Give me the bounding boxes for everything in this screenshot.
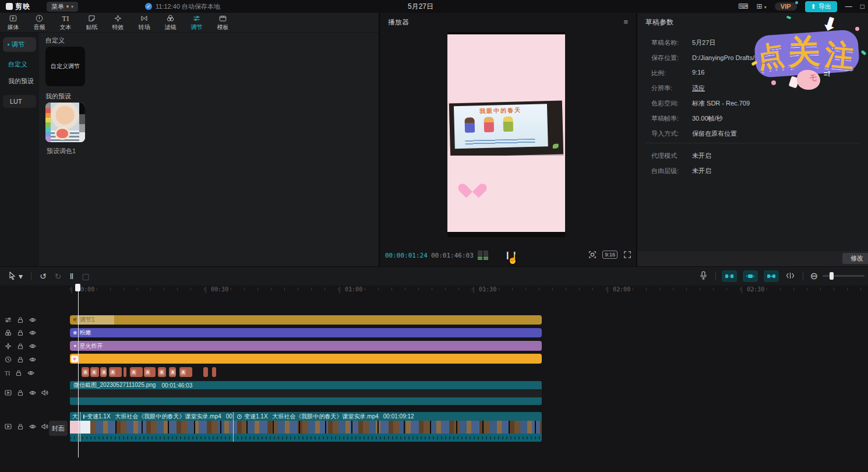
text-clip[interactable] [212,367,216,377]
video-clip-3[interactable]: 变速1.1X 大班社会《我眼中的春天》课堂实录.mp4 00:01:09:12 [234,412,542,421]
redo-button[interactable]: ↻ [55,272,62,281]
text-clip[interactable]: A [179,367,192,377]
zoom-out-icon[interactable]: ⊖ [810,270,818,281]
adjust-sidebar: 调节 自定义 我的预设 LUT [0,33,39,266]
link-clips-toggle[interactable] [764,270,779,282]
text-clip[interactable]: A [144,367,156,377]
text-clip[interactable]: A [130,367,143,377]
eye-icon[interactable] [29,329,36,336]
lock-icon[interactable] [17,423,24,430]
menu-dot [66,5,69,8]
tab-transition[interactable]: 转场 [131,14,157,31]
tab-filter[interactable]: 滤镜 [157,14,184,31]
sidebar-item-adjust[interactable]: 调节 [3,37,36,52]
lock-icon[interactable] [17,343,24,350]
text-clip[interactable]: A [100,367,107,377]
lock-icon[interactable] [15,369,22,376]
text-clip[interactable]: A [90,367,99,377]
lock-icon[interactable] [17,316,24,323]
modify-button[interactable]: 修改 [842,253,868,264]
speed-icon [237,414,242,419]
text-clip[interactable]: A [82,367,89,377]
video-preview[interactable]: 我眼中的春天 [447,32,565,237]
timeline-zoom-slider[interactable] [823,275,865,277]
eye-icon[interactable] [29,389,36,396]
param-value: 30.00帧/秒 [692,114,723,123]
export-button[interactable]: ⬆导出 [805,1,837,12]
zoom-slider-handle[interactable] [830,272,834,280]
vip-button[interactable]: VIP [775,2,797,10]
tab-sticker[interactable]: 贴纸 [79,14,105,31]
eye-icon[interactable] [27,369,34,376]
fullscreen-icon[interactable] [623,251,631,259]
effect-track-header [0,341,49,351]
ratio-button[interactable]: 9:16 [602,251,618,259]
eye-icon[interactable] [29,423,36,430]
playhead-handle[interactable] [75,284,80,291]
custom-adjust-card[interactable]: 自定义调节 [45,47,85,86]
shortcut-keyboard-icon[interactable]: ⌨ [738,2,748,10]
check-icon: ✓ [145,3,152,10]
tab-text[interactable]: TI文本 [52,14,79,31]
heart-sticker-icon: ♥ [71,355,78,362]
text-clip[interactable]: A [158,367,166,377]
delete-button[interactable]: ▢ [82,272,89,281]
magnetic-snap-toggle[interactable] [722,270,737,282]
sidebar-item-my-presets[interactable]: 我的预设 [8,77,39,86]
speaker-icon[interactable] [41,423,48,430]
tab-media[interactable]: 媒体 [0,14,26,31]
video-clip-2[interactable]: 变速1.1X 大班社会《我眼中的春天》课堂实录.mp4 00:00:34:25 [80,412,233,421]
layout-icon[interactable]: ⊞ ▾ [756,2,766,10]
text-clip[interactable] [203,367,208,377]
clock-icon [5,356,12,363]
select-tool-chevron[interactable]: ▾ [19,272,23,281]
lock-icon[interactable] [17,329,24,336]
tab-audio[interactable]: 音频 [26,14,52,31]
sidebar-item-lut[interactable]: LUT [3,95,36,108]
player-menu-icon[interactable]: ≡ [623,17,628,26]
record-voiceover-icon[interactable] [700,271,707,281]
text-icon: TI [62,14,69,23]
sticker-clip[interactable]: ♥ [70,354,542,364]
lock-icon[interactable] [17,356,24,363]
clip-boundary [233,412,234,442]
adjust-track-icon [5,316,12,323]
text-clip[interactable]: A [169,367,176,377]
tab-adjust[interactable]: 调节 [184,14,210,31]
tab-template[interactable]: 模板 [210,14,236,31]
adjust-clip[interactable]: ⚟ 调节1 [70,315,542,325]
lock-icon[interactable] [17,389,24,396]
image-clip-name: 微信截图_20230527111025.png [73,381,156,389]
preview-tv-photo: 我眼中的春天 [449,100,563,157]
effect-track-icon [5,343,12,350]
undo-button[interactable]: ↺ [40,272,47,281]
sidebar-item-custom[interactable]: 自定义 [8,60,39,69]
playhead[interactable] [78,286,79,457]
select-tool[interactable] [8,272,16,281]
eye-icon[interactable] [29,356,36,363]
param-label: 代理模式 [651,152,677,160]
film-thumb-title2 [80,421,90,434]
filter-track-icon [5,329,12,336]
filter-track-header [0,328,49,337]
snapshot-icon[interactable] [588,251,597,259]
eye-icon[interactable] [29,316,36,323]
maximize-button[interactable]: □ [860,2,865,10]
tab-effects[interactable]: 特效 [105,14,131,31]
text-clip[interactable]: A [109,367,122,377]
video-track-header [0,422,49,431]
menu-button[interactable]: 菜单 ▾ [47,2,78,12]
expand-tracks-icon[interactable] [786,271,795,281]
text-clip[interactable] [124,367,126,377]
preset-thumbnail[interactable] [45,103,85,142]
speaker-icon[interactable] [41,389,48,396]
effect-clip[interactable]: ✦ 星火炸开 [70,341,542,351]
resolution-link[interactable]: 适应 [692,84,705,93]
split-button[interactable]: Ⅱ [70,272,74,281]
auto-preview-toggle[interactable] [743,270,758,282]
eye-icon[interactable] [29,343,36,350]
timeline[interactable]: 00:00 00:30 01:00 01:30 02:00 02:30 TI [0,286,868,472]
filter-clip[interactable]: ❀ 粉嫩 [70,328,542,337]
cover-button[interactable]: 封面 [49,421,68,436]
minimize-button[interactable]: — [845,2,852,10]
